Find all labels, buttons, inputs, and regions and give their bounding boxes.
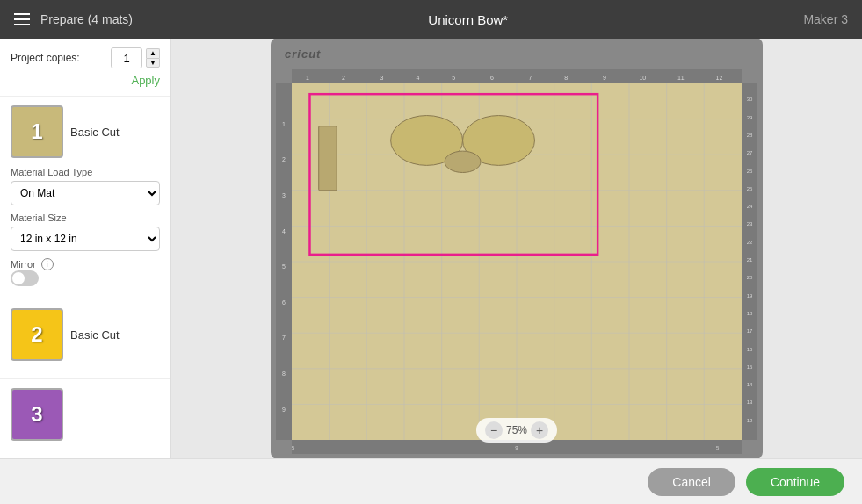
- app-header: Prepare (4 mats) Unicorn Bow* Maker 3: [0, 0, 862, 39]
- svg-text:11: 11: [677, 75, 685, 81]
- mat-card-3: 3: [0, 379, 170, 458]
- svg-text:6: 6: [490, 75, 494, 81]
- svg-point-48: [445, 151, 481, 172]
- svg-text:5: 5: [282, 263, 286, 270]
- cancel-button[interactable]: Cancel: [648, 468, 735, 496]
- sidebar-top: Project copies: 1 ▲ ▼ Apply: [0, 39, 170, 97]
- main-layout: Project copies: 1 ▲ ▼ Apply 1 Basic: [0, 39, 862, 458]
- svg-text:22: 22: [747, 240, 753, 245]
- continue-button[interactable]: Continue: [746, 468, 844, 496]
- sidebar-scroll: 1 Basic Cut Material Load Type On Mat Wi…: [0, 97, 170, 458]
- svg-text:3: 3: [380, 75, 383, 81]
- svg-text:12: 12: [747, 418, 753, 423]
- svg-text:2: 2: [342, 75, 345, 81]
- mat-preview: cricut 1 2 3 4: [271, 39, 763, 458]
- zoom-level: 75%: [506, 424, 527, 436]
- mat-outer: cricut 1 2 3 4: [271, 39, 763, 458]
- cricut-logo: cricut: [285, 47, 321, 61]
- zoom-in-button[interactable]: +: [531, 421, 548, 439]
- svg-text:4: 4: [282, 228, 286, 234]
- svg-text:29: 29: [747, 115, 753, 120]
- svg-text:1: 1: [282, 121, 286, 127]
- prepare-title: Prepare (4 mats): [40, 12, 133, 26]
- copies-up-button[interactable]: ▲: [146, 48, 160, 58]
- copies-arrows: ▲ ▼: [146, 48, 160, 68]
- material-load-select[interactable]: On Mat Without Mat: [11, 181, 160, 205]
- zoom-out-button[interactable]: −: [485, 421, 503, 439]
- material-size-select[interactable]: 12 in x 12 in 12 in x 24 in: [11, 227, 160, 251]
- mat-header-bar: cricut: [271, 39, 763, 69]
- svg-text:4: 4: [416, 75, 419, 81]
- project-name: Unicorn Bow*: [428, 12, 508, 27]
- material-size-label: Material Size: [11, 212, 160, 223]
- svg-rect-0: [292, 69, 742, 83]
- sidebar: Project copies: 1 ▲ ▼ Apply 1 Basic: [0, 39, 171, 458]
- svg-text:25: 25: [747, 186, 753, 191]
- grid-svg: [292, 83, 742, 440]
- svg-text:27: 27: [747, 150, 753, 155]
- mat-thumbnail-3: 3: [11, 388, 63, 441]
- svg-text:1: 1: [306, 75, 309, 81]
- copies-control: 1 ▲ ▼: [111, 47, 160, 68]
- svg-text:13: 13: [747, 400, 753, 405]
- mat-card-2: 2 Basic Cut: [0, 299, 170, 379]
- right-ruler-svg: 30 29 28 27 26 25 24 23 22 21 20: [742, 83, 757, 440]
- svg-text:23: 23: [747, 221, 753, 227]
- svg-text:20: 20: [747, 275, 753, 280]
- left-ruler-svg: 1 2 3 4 5 6 7 8 9: [276, 83, 292, 440]
- material-load-group: Material Load Type On Mat Without Mat: [11, 167, 160, 205]
- zoom-control: − 75% +: [476, 418, 557, 443]
- svg-text:14: 14: [747, 382, 753, 387]
- top-ruler-svg: 1 2 3 4 5 6 7 8 9 10 11: [292, 69, 742, 83]
- svg-text:8: 8: [564, 75, 568, 81]
- svg-text:21: 21: [747, 257, 753, 263]
- mat-card-top-2: 2 Basic Cut: [11, 308, 160, 361]
- mat-card-top-1: 1 Basic Cut: [11, 105, 160, 158]
- material-size-group: Material Size 12 in x 12 in 12 in x 24 i…: [11, 212, 160, 251]
- mat-card-1: 1 Basic Cut Material Load Type On Mat Wi…: [0, 97, 170, 299]
- mirror-info-icon[interactable]: i: [41, 258, 54, 270]
- svg-rect-45: [319, 126, 337, 191]
- svg-text:8: 8: [282, 371, 286, 377]
- svg-text:28: 28: [747, 133, 753, 138]
- project-copies-row: Project copies: 1 ▲ ▼: [11, 47, 160, 68]
- footer: Cancel Continue: [0, 458, 862, 504]
- svg-text:30: 30: [747, 97, 753, 102]
- mat-thumbnail-2: 2: [11, 308, 63, 361]
- mat-label-2: Basic Cut: [70, 328, 120, 342]
- svg-text:15: 15: [747, 364, 753, 370]
- svg-text:7: 7: [528, 75, 532, 81]
- svg-text:26: 26: [747, 169, 753, 174]
- mirror-label: Mirror: [11, 259, 36, 270]
- mirror-toggle[interactable]: [11, 270, 39, 286]
- svg-text:9: 9: [282, 407, 286, 413]
- mat-card-top-3: 3: [11, 388, 160, 441]
- svg-text:6: 6: [282, 299, 286, 306]
- svg-text:2: 2: [282, 156, 286, 162]
- svg-text:5: 5: [452, 75, 455, 81]
- svg-text:9: 9: [603, 75, 606, 81]
- svg-text:10: 10: [639, 75, 646, 81]
- apply-button[interactable]: Apply: [11, 74, 160, 87]
- mat-number-3: 3: [31, 402, 42, 427]
- copies-input[interactable]: 1: [111, 47, 142, 68]
- canvas-area: cricut 1 2 3 4: [171, 39, 862, 458]
- svg-text:3: 3: [282, 192, 286, 198]
- material-load-label: Material Load Type: [11, 167, 160, 177]
- mat-number-1: 1: [31, 119, 42, 144]
- header-left: Prepare (4 mats): [14, 12, 133, 26]
- svg-text:18: 18: [747, 311, 753, 316]
- svg-rect-13: [276, 83, 292, 440]
- hamburger-icon[interactable]: [14, 13, 30, 25]
- svg-text:7: 7: [282, 335, 286, 341]
- svg-text:12: 12: [716, 75, 723, 81]
- mirror-row: Mirror i: [11, 258, 160, 270]
- mat-number-2: 2: [31, 322, 42, 347]
- mat-thumbnail-1: 1: [11, 105, 63, 158]
- svg-text:24: 24: [747, 204, 753, 209]
- copies-down-button[interactable]: ▼: [146, 58, 160, 68]
- svg-text:19: 19: [747, 293, 753, 299]
- mat-label-1: Basic Cut: [70, 126, 120, 139]
- svg-text:16: 16: [747, 347, 753, 352]
- svg-text:17: 17: [747, 328, 753, 334]
